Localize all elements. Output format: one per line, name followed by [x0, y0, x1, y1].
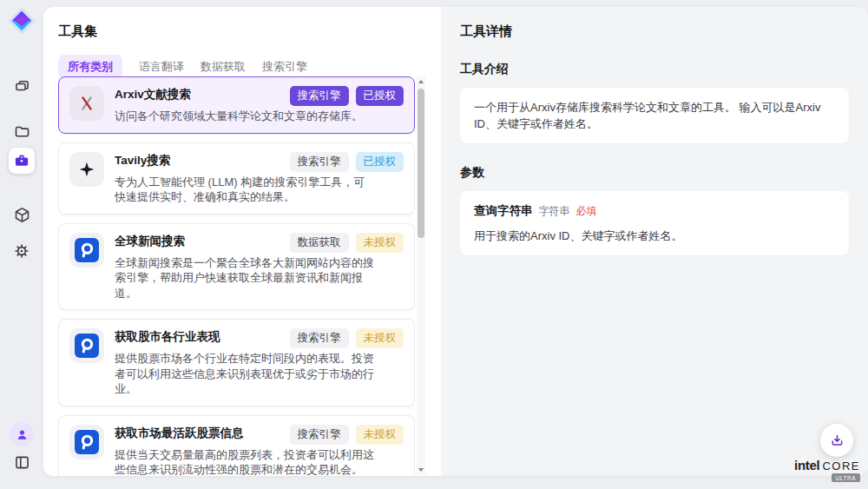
auth-status-badge: 未授权 — [356, 328, 404, 348]
download-icon — [829, 433, 845, 449]
tool-card-title: Arxiv文献搜索 — [115, 86, 283, 102]
category-badge: 搜索引擎 — [290, 152, 349, 172]
tool-card-list: Arxiv文献搜索搜索引擎已授权访问各个研究领域大量科学论文和文章的存储库。Ta… — [58, 76, 415, 476]
param-name: 查询字符串 — [474, 202, 533, 219]
category-badge: 搜索引擎 — [290, 328, 349, 348]
panel-toggle-icon[interactable] — [9, 449, 35, 475]
scrollbar-thumb[interactable] — [418, 89, 424, 238]
tool-card-title: 全球新闻搜索 — [115, 233, 283, 249]
page-title: 工具集 — [58, 23, 441, 40]
category-tab[interactable]: 语言翻译 — [139, 55, 184, 79]
scroll-down-arrow-icon[interactable] — [417, 466, 425, 474]
category-badge: 搜索引擎 — [290, 86, 349, 106]
param-header: 查询字符串 字符串 必填 — [474, 202, 835, 220]
category-badge: 搜索引擎 — [290, 425, 349, 445]
tool-card-title: Tavily搜索 — [115, 152, 283, 169]
category-tabs: 所有类别语言翻译数据获取搜索引擎 — [58, 55, 441, 79]
package-icon[interactable] — [9, 202, 35, 228]
icon-rail — [0, 0, 43, 489]
settings-gear-icon[interactable] — [9, 238, 35, 264]
param-required-badge: 必填 — [576, 203, 597, 220]
tool-card-title: 获取市场最活跃股票信息 — [115, 425, 283, 441]
main-window: 工具集 所有类别语言翻译数据获取搜索引擎 Arxiv文献搜索搜索引擎已授权访问各… — [43, 7, 868, 476]
brand-core-text: core — [822, 459, 860, 472]
toolbox-icon[interactable] — [9, 148, 35, 174]
intel-core-logo: intel core ultra — [794, 458, 860, 482]
tool-card[interactable]: 获取股市各行业表现搜索引擎未授权提供股票市场各个行业在特定时间段内的表现。投资者… — [58, 319, 415, 406]
blue-q-logo-icon — [69, 233, 104, 268]
param-description: 用于搜索的Arxiv ID、关键字或作者姓名。 — [474, 228, 835, 244]
brand-intel-text: intel — [794, 458, 819, 472]
folder-icon[interactable] — [9, 118, 35, 144]
auth-status-badge: 已授权 — [356, 86, 404, 106]
intro-box: 一个用于从Arxiv存储库搜索科学论文和文章的工具。 输入可以是Arxiv ID… — [460, 88, 849, 143]
tool-card-description: 访问各个研究领域大量科学论文和文章的存储库。 — [115, 109, 375, 124]
arxiv-logo-icon — [69, 86, 104, 121]
tool-card[interactable]: Tavily搜索搜索引擎已授权专为人工智能代理 (LLM) 构建的搜索引擎工具，… — [58, 142, 415, 215]
details-title: 工具详情 — [460, 23, 849, 40]
list-scrollbar[interactable] — [417, 76, 425, 475]
user-avatar[interactable] — [10, 422, 34, 446]
params-heading: 参数 — [460, 165, 849, 181]
scroll-up-arrow-icon[interactable] — [417, 77, 425, 86]
intro-heading: 工具介绍 — [460, 62, 849, 77]
category-tab[interactable]: 数据获取 — [201, 55, 246, 79]
category-badge: 数据获取 — [290, 233, 349, 253]
tool-details-panel: 工具详情 工具介绍 一个用于从Arxiv存储库搜索科学论文和文章的工具。 输入可… — [441, 7, 868, 476]
category-tab[interactable]: 所有类别 — [58, 55, 122, 79]
tool-card[interactable]: Arxiv文献搜索搜索引擎已授权访问各个研究领域大量科学论文和文章的存储库。 — [58, 76, 415, 134]
auth-status-badge: 已授权 — [356, 152, 404, 172]
intro-text: 一个用于从Arxiv存储库搜索科学论文和文章的工具。 输入可以是Arxiv ID… — [474, 101, 820, 130]
toolset-panel: 工具集 所有类别语言翻译数据获取搜索引擎 Arxiv文献搜索搜索引擎已授权访问各… — [43, 7, 441, 476]
tool-card[interactable]: 获取市场最活跃股票信息搜索引擎未授权提供当天交易量最高的股票列表，投资者可以利用… — [58, 415, 415, 477]
param-type: 字符串 — [539, 203, 570, 220]
app-logo-icon — [7, 6, 36, 36]
tavily-star-icon — [69, 152, 104, 187]
blue-q-logo-icon — [69, 425, 104, 459]
category-tab[interactable]: 搜索引擎 — [262, 55, 307, 79]
tool-card-description: 全球新闻搜索是一个聚合全球各大新闻网站内容的搜索引擎，帮助用户快速获取全球最新资… — [115, 255, 375, 301]
tool-card-description: 专为人工智能代理 (LLM) 构建的搜索引擎工具，可快速提供实时、准确和真实的结… — [115, 175, 375, 205]
download-button[interactable] — [820, 424, 853, 457]
tool-card-title: 获取股市各行业表现 — [115, 328, 283, 345]
auth-status-badge: 未授权 — [356, 425, 404, 445]
tool-card[interactable]: 全球新闻搜索数据获取未授权全球新闻搜索是一个聚合全球各大新闻网站内容的搜索引擎，… — [58, 223, 415, 311]
param-box: 查询字符串 字符串 必填 用于搜索的Arxiv ID、关键字或作者姓名。 — [460, 191, 849, 255]
chat-icon[interactable] — [9, 73, 35, 99]
tool-card-description: 提供当天交易量最高的股票列表，投资者可以利用这些信息来识别流动性强的股票和潜在的… — [115, 447, 375, 477]
brand-badge: ultra — [832, 473, 860, 482]
tool-card-description: 提供股票市场各个行业在特定时间段内的表现。投资者可以利用这些信息来识别表现优于或… — [115, 351, 375, 397]
auth-status-badge: 未授权 — [356, 233, 404, 253]
blue-q-logo-icon — [69, 328, 104, 363]
